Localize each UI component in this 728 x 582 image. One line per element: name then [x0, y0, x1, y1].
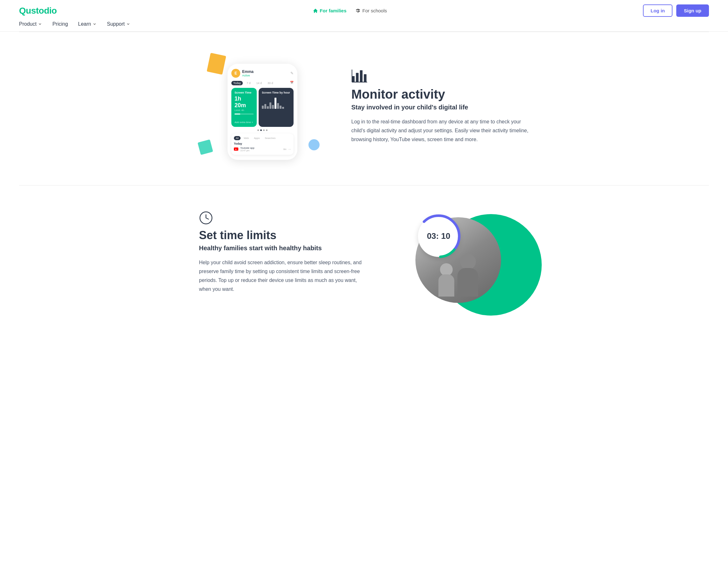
filter-searches: Searches — [263, 136, 277, 140]
screen-time-limit: Limit: 4h — [235, 109, 254, 112]
activity-timestamp: 10:47 pm — [240, 149, 255, 151]
chevron-down-icon — [126, 22, 130, 26]
monitor-text-content: Monitor activity Stay involved in your c… — [351, 67, 529, 144]
timelimits-description: Help your child avoid screen addiction, … — [199, 258, 369, 294]
youtube-icon — [234, 147, 238, 151]
svg-text:03: 10: 03: 10 — [427, 231, 450, 241]
signup-button[interactable]: Sign up — [676, 4, 709, 17]
date-tab-14d: 14 d — [255, 81, 264, 85]
timelimits-title: Set time limits — [199, 229, 369, 242]
activity-app-name: Youtube app — [240, 146, 255, 149]
top-navigation: For families For schools — [313, 8, 387, 13]
chevron-down-icon — [92, 22, 97, 26]
auth-buttons: Log in Sign up — [643, 4, 709, 17]
monitor-description: Log in to the real-time dashboard from a… — [351, 117, 529, 144]
timelimits-subtitle: Healthy families start with healthy habi… — [199, 245, 369, 252]
decorative-shape-teal — [198, 140, 213, 155]
calendar-icon: 📅 — [290, 81, 293, 85]
screen-time-label: Screen Time — [235, 91, 254, 94]
date-tab-30d: 30 d — [266, 81, 275, 85]
monitor-activity-section: E Emma Active ✎ Today 7 d 14 d 30 d 📅 — [174, 32, 554, 185]
phone-screen: E Emma Active ✎ Today 7 d 14 d 30 d 📅 — [228, 64, 297, 160]
decorative-shape-blue — [309, 139, 319, 150]
carousel-dots — [231, 130, 293, 131]
screen-panels: Screen Time 1h 20m Limit: 4h Add extra t… — [231, 88, 293, 127]
school-icon — [356, 8, 361, 13]
child-name: Emma — [242, 70, 254, 74]
date-tab-today: Today — [231, 81, 243, 85]
time-limits-section: Set time limits Healthy families start w… — [174, 186, 554, 328]
activity-duration: 8m — [283, 148, 287, 150]
monitor-subtitle: Stay involved in your child's digital li… — [351, 104, 529, 111]
child-avatar: E — [231, 69, 240, 78]
timelimits-visual: 03: 10 — [388, 211, 529, 303]
filter-apps: Apps — [252, 136, 261, 140]
decorative-shape-yellow — [207, 53, 226, 75]
nav-support[interactable]: Support — [107, 21, 130, 27]
clock-icon — [199, 211, 213, 225]
screen-time-hour-panel: Screen Time by hour — [259, 88, 293, 127]
add-extra-time: Add extra time + — [235, 121, 254, 124]
date-tab-7d: 7 d — [245, 81, 253, 85]
timelimits-text-content: Set time limits Healthy families start w… — [199, 211, 369, 294]
chart-bars — [262, 96, 290, 109]
svg-rect-2 — [360, 70, 362, 82]
chevron-down-icon — [38, 22, 42, 26]
chart-bar-icon — [351, 67, 368, 83]
nav-for-families[interactable]: For families — [313, 8, 346, 13]
svg-rect-0 — [352, 76, 355, 82]
filter-tabs: All Web Apps Searches — [234, 136, 291, 140]
activity-row: Youtube app 10:47 pm 8m ··· — [234, 146, 291, 151]
timer-arc-svg: 03: 10 — [413, 211, 464, 262]
today-label: Today — [234, 142, 291, 145]
nav-learn[interactable]: Learn — [78, 21, 97, 27]
nav-pricing[interactable]: Pricing — [52, 21, 68, 27]
screen-time-panel: Screen Time 1h 20m Limit: 4h Add extra t… — [231, 88, 257, 127]
date-tabs: Today 7 d 14 d 30 d 📅 — [231, 81, 293, 85]
activity-bottom-panel: All Web Apps Searches Today Youtube app … — [231, 134, 293, 155]
nav-product[interactable]: Product — [19, 21, 42, 27]
filter-all: All — [234, 136, 240, 140]
nav-for-schools[interactable]: For schools — [356, 8, 387, 13]
home-icon — [313, 8, 318, 13]
svg-rect-1 — [356, 73, 359, 82]
screen-time-value: 1h 20m — [235, 95, 254, 109]
svg-rect-3 — [364, 74, 367, 82]
filter-web: Web — [242, 136, 251, 140]
more-options-icon: ··· — [288, 147, 291, 151]
phone-mockup: E Emma Active ✎ Today 7 d 14 d 30 d 📅 — [199, 51, 326, 160]
main-navigation: Product Pricing Learn Support — [19, 17, 709, 31]
login-button[interactable]: Log in — [643, 4, 673, 17]
screen-time-hour-label: Screen Time by hour — [262, 91, 290, 94]
timer-circle-container: 03: 10 — [413, 211, 464, 263]
logo[interactable]: Qustodio — [19, 6, 57, 16]
child-status: Active — [242, 74, 254, 77]
edit-icon: ✎ — [290, 71, 293, 76]
monitor-title: Monitor activity — [351, 87, 529, 101]
